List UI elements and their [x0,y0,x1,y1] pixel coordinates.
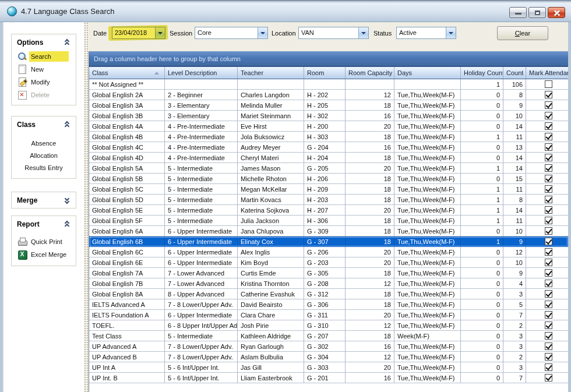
mark-attendance-checkbox[interactable] [545,290,552,298]
table-row[interactable]: Global English 4C4 - Pre-IntermediateAud… [89,142,568,153]
maximize-button[interactable] [528,7,546,18]
mark-attendance-checkbox[interactable] [545,342,552,350]
mark-attendance-checkbox[interactable] [545,196,552,203]
sidebar-group-options-header[interactable]: Options [12,34,76,50]
status-dropdown-arrow-icon[interactable] [446,27,456,38]
mark-attendance-checkbox[interactable] [545,164,552,172]
mark-attendance-checkbox[interactable] [545,80,552,88]
table-row[interactable]: Global English 2A2 - BeginnerCharles Lan… [89,90,568,100]
column-header-class[interactable]: Class [89,67,165,79]
location-dropdown-arrow-icon[interactable] [358,27,368,38]
expand-chevron-icon[interactable] [64,197,71,204]
mark-attendance-checkbox[interactable] [545,301,552,308]
collapse-chevron-icon[interactable] [64,221,71,228]
table-row[interactable]: Global English 5F5 - IntermediateJulia J… [89,216,568,226]
column-header-capacity[interactable]: Room Capacity [346,67,394,79]
table-row[interactable]: Global English 5B5 - IntermediateMichell… [89,174,568,184]
table-row[interactable]: Global English 4D4 - Pre-IntermediateChe… [89,153,568,163]
table-row[interactable]: Global English 5A5 - IntermediateJames M… [89,163,568,174]
mark-attendance-checkbox[interactable] [545,217,552,224]
table-row[interactable]: Global English 7B7 - Lower AdvancedKrist… [89,278,568,289]
session-combobox[interactable]: Core [195,27,268,39]
table-row[interactable]: Global English 4A4 - Pre-IntermediateEve… [89,121,568,132]
cell-level: 6 - Upper Intermediate [165,310,238,320]
mark-attendance-checkbox[interactable] [545,91,552,98]
mark-attendance-checkbox[interactable] [545,133,552,140]
table-row[interactable]: Global English 7A7 - Lower AdvancedCurti… [89,268,568,278]
table-row[interactable]: Global English 5D5 - IntermediateMartin … [89,195,568,205]
mark-attendance-checkbox[interactable] [545,322,552,329]
table-row[interactable]: Global English 6C6 - Upper IntermediateA… [89,247,568,257]
mark-attendance-checkbox[interactable] [545,374,552,382]
mark-attendance-checkbox[interactable] [545,227,552,235]
mark-attendance-checkbox[interactable] [545,332,552,340]
table-row[interactable]: ** Not Assigned **1106 [89,79,568,90]
table-row[interactable]: Global English 5E5 - IntermediateKaterin… [89,205,568,216]
mark-attendance-checkbox[interactable] [545,311,552,319]
column-header-teacher[interactable]: Teacher [238,67,304,79]
mark-attendance-checkbox[interactable] [545,280,552,287]
table-row[interactable]: UP Advanced A7 - 8 Lower/Upper Adv.Ryan … [89,341,568,352]
mark-attendance-checkbox[interactable] [545,248,552,256]
sidebar-item-new[interactable]: New [12,63,76,76]
mark-attendance-checkbox[interactable] [545,353,552,361]
column-header-mark_attendance[interactable]: Mark Attendar [526,67,568,79]
sidebar-item-allocation[interactable]: Allocation [12,149,76,161]
table-row[interactable]: Global English 4B4 - Pre-IntermediateJol… [89,132,568,142]
sidebar-item-search[interactable]: Search [12,50,76,63]
collapse-chevron-icon[interactable] [64,39,71,46]
mark-attendance-checkbox[interactable] [545,206,552,214]
table-row[interactable]: Global English 6E6 - Upper IntermediateK… [89,257,568,268]
minimize-button[interactable] [509,7,527,18]
mark-attendance-checkbox[interactable] [545,143,552,151]
mark-attendance-checkbox[interactable] [545,175,552,182]
mark-attendance-checkbox[interactable] [545,122,552,130]
table-row[interactable]: IELTS Foundation A6 - Upper Intermediate… [89,310,568,320]
sidebar-group-report-header[interactable]: Report [12,216,76,232]
sidebar-group-class-header[interactable]: Class [12,116,76,132]
column-header-room[interactable]: Room [304,67,346,79]
sidebar-item-quick-print[interactable]: Quick Print [12,235,76,248]
table-row[interactable]: Global English 8A8 - Upper AdvancedCathe… [89,289,568,299]
sidebar-item-excel-merge[interactable]: Excel Merge [12,248,76,261]
table-row[interactable]: UP Advanced B7 - 8 Lower/Upper Adv.Aslam… [89,352,568,362]
clear-button[interactable]: Clear [497,26,548,40]
group-by-panel[interactable]: Drag a column header here to group by th… [89,51,568,66]
table-row[interactable]: UP Int. B5 - 6 Int/Upper Int.Lliam Easte… [89,373,568,383]
mark-attendance-checkbox[interactable] [545,363,552,371]
table-row[interactable]: Global English 5C5 - IntermediateMegan M… [89,184,568,195]
column-header-count[interactable]: Count [503,67,526,79]
table-row[interactable]: Global English 3B3 - ElementaryMariet St… [89,111,568,121]
date-combobox[interactable]: 23/04/2018 [112,27,165,39]
table-row[interactable]: Global English 3A3 - ElementaryMelinda M… [89,100,568,111]
close-button[interactable] [548,7,565,18]
sidebar-item-results-entry[interactable]: Results Entry [12,161,76,174]
table-row[interactable]: Test Class5 - IntermediateKathleen Aldri… [89,331,568,341]
mark-attendance-checkbox[interactable] [545,269,552,277]
mark-attendance-checkbox[interactable] [545,154,552,161]
table-row[interactable]: IELTS Advanced A7 - 8 Lower/Upper Adv.Da… [89,299,568,310]
mark-attendance-checkbox[interactable] [545,238,552,245]
column-header-level[interactable]: Level Description [165,67,238,79]
sidebar-splitter[interactable] [84,22,89,392]
mark-attendance-checkbox[interactable] [545,259,552,266]
status-combobox[interactable]: Active [396,27,456,39]
mark-attendance-checkbox[interactable] [545,185,552,193]
session-dropdown-arrow-icon[interactable] [258,27,267,38]
mark-attendance-checkbox[interactable] [545,101,552,109]
table-row[interactable]: UP Int A5 - 6 Int/Upper Int.Jas GillG - … [89,362,568,373]
cell-capacity: 18 [346,216,394,226]
sidebar-item-absence[interactable]: Absence [12,137,76,149]
sidebar-item-modify[interactable]: Modify [12,76,76,89]
collapse-chevron-icon[interactable] [64,121,71,128]
column-header-holiday_count[interactable]: Holiday Count [461,67,503,79]
table-row[interactable]: Global English 6A6 - Upper IntermediateJ… [89,226,568,236]
date-dropdown-arrow-icon[interactable] [155,27,165,38]
sidebar-group-merge-header[interactable]: Merge [12,192,76,208]
column-header-days[interactable]: Days [394,67,461,79]
location-combobox[interactable]: VAN [298,27,369,39]
table-row[interactable]: Global English 6B6 - Upper IntermediateE… [89,236,568,247]
mark-attendance-checkbox[interactable] [545,112,552,119]
sidebar-item-delete[interactable]: Delete [12,89,76,101]
table-row[interactable]: TOEFL.6 - 8 Upper Int/Upper AdvJosh Piri… [89,320,568,331]
